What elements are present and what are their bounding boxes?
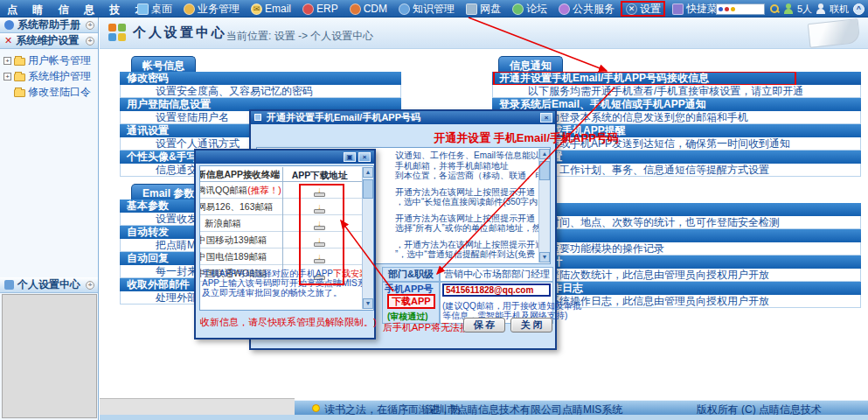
menu-item-business[interactable]: 业务管理 [182,0,241,18]
topbar-right-cluster: 5人 联机 ^ [716,0,865,18]
public-service-icon [559,4,570,15]
business-icon [184,4,195,15]
menu-item-forum[interactable]: 论坛 [510,0,549,18]
table-header-row: 新信息APP接收终端 APP下载地址 [199,166,362,182]
folder-icon [14,74,25,81]
menu-item-settings[interactable]: ✕设置 [624,0,663,18]
dialog-icon [254,114,261,121]
sidebar-tree: + 用户帐号管理 + 系统维护管理 修改登陆口令 [0,49,98,100]
scroll-up-icon[interactable]: ▲ [539,149,550,159]
notify-header-phone-app[interactable]: 开通并设置手机Email/手机APP号码接收信息 [492,72,861,85]
close-icon[interactable]: × [540,113,552,122]
online-users-count[interactable]: 5人 [797,3,812,16]
panel-expand-icon[interactable]: + [86,21,94,30]
scroll-thumb[interactable] [363,179,373,199]
bottom-strip [100,415,868,420]
online-users-icon [784,4,793,14]
knowledge-icon [399,4,410,15]
table-row-sina: 新浪邮箱 ↓ [199,215,362,232]
menu-item-public-service[interactable]: 公共服务 [557,0,616,18]
notify-desc[interactable]: 以下服务均需开通手机查看/手机直接审核设置，请立即开通 [492,85,861,98]
search-brand-dot-red [725,7,729,11]
dialog-app-download: ▣ × 新信息APP接收终端 APP下载地址 腾讯QQ邮箱(推荐！) ↓ 网易1… [194,149,376,340]
inner-dialog-titlebar[interactable]: ▣ × [196,150,374,164]
menu-item-desktop[interactable]: 桌面 [135,0,174,18]
table-row-163: 网易126、163邮箱 ↓ [199,199,362,215]
dialog-heading: 开通并设置 手机Email/手机APP号码 [382,130,670,146]
search-brand-dot-blue [719,7,723,11]
scroll-down-icon[interactable]: ▼ [539,252,550,262]
tree-item-user-accounts[interactable]: + 用户帐号管理 [3,52,98,68]
panel-expand-icon[interactable]: + [86,37,94,46]
scroll-up-icon[interactable]: ▲ [363,167,373,178]
page: 点 睛 信 息 技 术 桌面 业务管理 ✉Email ERP CDM 知识管理 … [0,0,868,420]
status-bar: 读书之法，在循序而渐进，熟 深圳市点睛信息技术有限公司点睛MIS系统 版权所有 … [295,400,868,415]
recommend-tag: (推荐！) [247,185,281,195]
save-button[interactable]: 保 存 [463,318,505,332]
tree-expand-icon[interactable]: + [3,57,11,65]
quick-menu-icon [672,4,684,15]
folder-icon [14,89,25,97]
erp-icon [302,4,314,15]
online-status-label[interactable]: 联机 [830,3,849,16]
tab-notify[interactable]: 信息通知 [498,56,563,72]
scroll-thumb[interactable] [539,161,550,180]
download-icon[interactable]: ↓ [314,254,325,263]
close-button[interactable]: 关 闭 [510,318,552,332]
section-header[interactable]: 修改密码 [120,72,401,85]
menu-item-erp[interactable]: ERP [301,0,340,18]
app-terminal-list-box: 新信息APP接收终端 APP下载地址 腾讯QQ邮箱(推荐！) ↓ 网易126、1… [199,165,374,311]
sidebar-panel-maintain[interactable]: ✕ 系统维护设置 + [0,33,98,49]
tree-spacer [3,88,11,96]
sidebar: 系统帮助手册 + ✕ 系统维护设置 + + 用户帐号管理 + 系统维护管理 修改… [0,18,99,420]
menu-item-email[interactable]: ✉Email [249,0,293,18]
table-row-qq: 腾讯QQ邮箱(推荐！) ↓ [199,182,362,199]
close-icon[interactable]: × [358,152,371,162]
download-icon[interactable]: ↓ [314,187,325,197]
collapse-topbar-icon[interactable]: ^ [853,4,865,15]
cdm-icon [350,4,361,15]
dialog-intro-text: 议通知、工作任务、Email等信息能以免费短信方式 手机邮箱，并将手机邮箱地址 … [395,150,539,260]
top-navigation-bar: 点 睛 信 息 技 术 桌面 业务管理 ✉Email ERP CDM 知识管理 … [0,0,868,18]
search-input[interactable] [716,4,765,15]
desktop-icon [137,4,149,15]
col-terminal: 新信息APP接收终端 [199,169,281,181]
intro-scrollbar[interactable]: ▲ ▼ [538,149,550,262]
download-icon[interactable]: ↓ [314,237,325,247]
sidebar-empty-panel [2,294,97,418]
table-row-139: 中国移动139邮箱 ↓ [199,232,362,248]
tree-expand-icon[interactable]: + [3,73,11,80]
inner-scrollbar[interactable]: ▲ ▼ [362,167,373,309]
sidebar-panel-help[interactable]: 系统帮助手册 + [0,18,98,33]
dept-rank-value: 营销中心市场部部门经理 [440,267,553,282]
section-desc[interactable]: 设置安全度高、又容易记忆的密码 [120,85,401,98]
netdisk-icon [466,4,477,15]
download-icon[interactable]: ↓ [314,220,325,230]
warning-text-fragment: 后手机APP将无法接 [383,321,469,334]
app-number-input[interactable] [442,284,551,297]
forum-icon [512,4,524,15]
page-title-icon [108,24,126,41]
email-icon: ✉ [251,4,262,15]
download-icon[interactable]: ↓ [314,204,325,214]
search-brand-dot-gold [731,7,735,11]
menu-item-knowledge[interactable]: 知识管理 [397,0,456,18]
sidebar-panel-personal[interactable]: 个人设置中心 + [0,277,98,293]
panel-expand-icon[interactable]: + [86,281,94,290]
dialog-titlebar[interactable]: 开通并设置手机Email/手机APP号码 × [251,111,555,124]
help-icon [4,20,14,30]
brand-logo: 点 睛 信 息 技 术 [7,3,152,18]
tip-bulb-icon [312,404,320,412]
tree-item-system-maintain[interactable]: + 系统维护管理 [3,68,98,84]
settings-highlight-annotation [621,1,665,17]
inner-warning-text: 收新信息，请尽快联系管理员解除限制。) [200,316,377,329]
restore-window-icon[interactable]: ▣ [344,152,356,162]
tree-item-change-password[interactable]: 修改登陆口令 [3,84,98,100]
scroll-down-icon[interactable]: ▼ [363,298,373,309]
search-icon[interactable] [769,4,780,14]
download-app-link[interactable]: 下载APP [387,294,435,309]
dept-rank-label: 部门&职级 [382,267,440,282]
menu-item-netdisk[interactable]: 网盘 [464,0,503,18]
menu-item-cdm[interactable]: CDM [348,0,389,18]
tab-account-info[interactable]: 帐号信息 [131,56,196,72]
